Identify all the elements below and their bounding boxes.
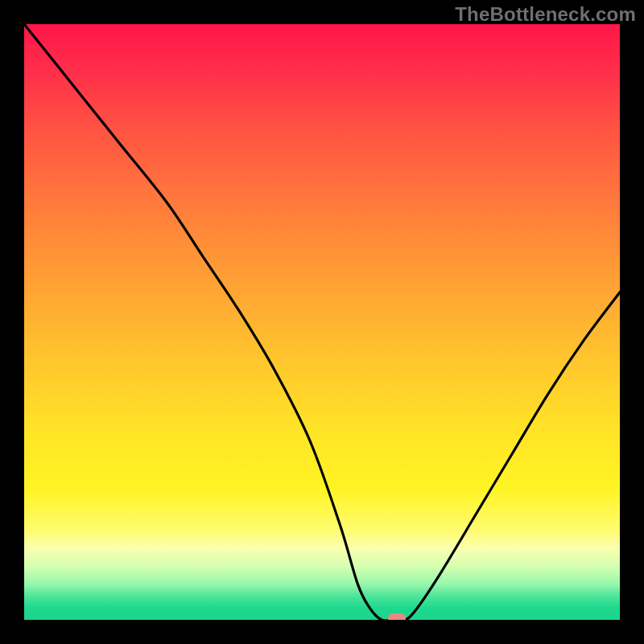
optimal-point-marker xyxy=(388,613,406,620)
bottleneck-curve xyxy=(24,24,620,620)
chart-container: TheBottleneck.com xyxy=(0,0,644,644)
watermark-text: TheBottleneck.com xyxy=(455,3,636,26)
plot-area xyxy=(24,24,620,620)
